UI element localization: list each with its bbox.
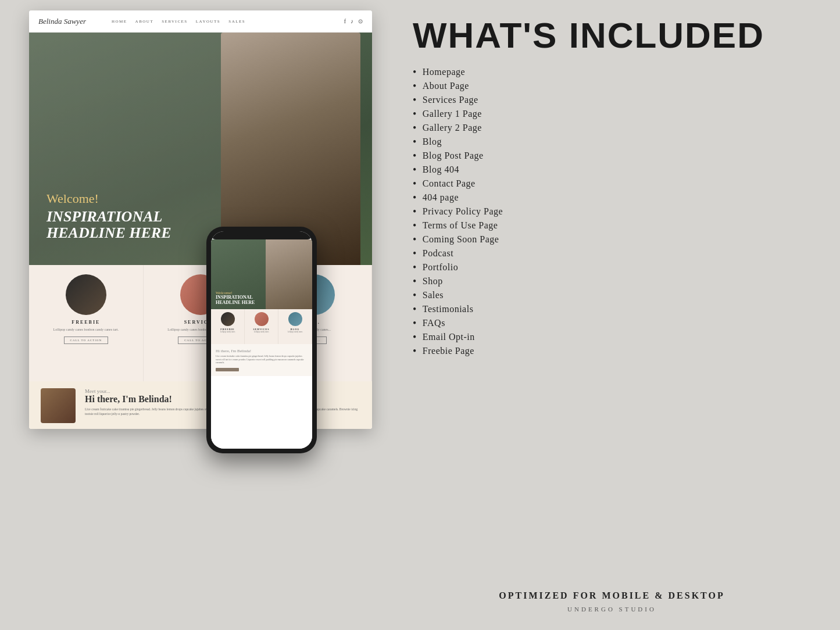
facebook-icon: f: [344, 18, 346, 24]
mobile-card-3: BLOG Lollipop candy canes: [278, 309, 312, 344]
bullet-icon: •: [413, 178, 417, 189]
list-item-label: FAQs: [423, 318, 445, 328]
list-item: •FAQs: [413, 316, 811, 330]
footer-section: OPTIMIZED FOR MOBILE & DESKTOP UNDERGO S…: [413, 590, 811, 613]
list-item-label: Contact Page: [423, 178, 476, 189]
mobile-screen: Welcome! INSPIRATIONALHEADLINE HERE FREE…: [211, 231, 312, 449]
list-item: •Gallery 2 Page: [413, 121, 811, 135]
list-item: •Portfolio: [413, 260, 811, 274]
list-item-label: Services Page: [423, 95, 478, 105]
notch-pill: [247, 234, 276, 237]
list-item-label: Podcast: [423, 248, 453, 259]
mobile-card-circle-2: [255, 312, 269, 326]
list-item-label: Testimonials: [423, 304, 474, 314]
section-title: WHAT'S INCLUDED: [413, 17, 811, 53]
list-item: •Email Opt-in: [413, 330, 811, 344]
bullet-icon: •: [413, 346, 417, 356]
bullet-icon: •: [413, 234, 417, 245]
mockup-bio: Meet your... Hi there, I'm Belinda! Llce…: [29, 381, 372, 429]
mockup-nav-items: HOME ABOUT SERVICES LAYOUTS SALES: [112, 19, 245, 24]
bullet-icon: •: [413, 318, 417, 328]
mobile-card-text-1: Lollipop candy canes: [220, 331, 235, 333]
bullet-icon: •: [413, 164, 417, 175]
bio-image: [41, 388, 76, 423]
mobile-notch: [211, 231, 312, 239]
list-item: •Homepage: [413, 65, 811, 79]
mockup-cards: FREEBIE Lollipop candy canes bonbon cand…: [29, 265, 372, 381]
optimized-label: OPTIMIZED FOR MOBILE & DESKTOP: [413, 590, 811, 601]
card-image-1: [66, 274, 106, 315]
content-area: WHAT'S INCLUDED •Homepage•About Page•Ser…: [413, 17, 811, 358]
list-item-label: Freebie Page: [423, 346, 474, 356]
list-item-label: Coming Soon Page: [423, 234, 499, 245]
card-title-1: FREEBIE: [72, 320, 100, 325]
mobile-person: [266, 239, 312, 309]
card-freebie: FREEBIE Lollipop candy canes bonbon cand…: [29, 265, 144, 381]
mockup-navbar: Belinda Sawyer HOME ABOUT SERVICES LAYOU…: [29, 10, 372, 33]
list-item-label: Gallery 2 Page: [423, 123, 482, 133]
mobile-bio-cursive: Hi there, I'm Belinda!: [216, 349, 308, 353]
mockup-logo: Belinda Sawyer: [38, 17, 86, 26]
mobile-hero-text: Welcome! INSPIRATIONALHEADLINE HERE: [216, 291, 255, 306]
list-item: •Terms of Use Page: [413, 219, 811, 232]
mobile-cards: FREEBIE Lollipop candy canes SERVICES Lo…: [211, 309, 312, 344]
mobile-card-1: FREEBIE Lollipop candy canes: [211, 309, 245, 344]
bullet-icon: •: [413, 206, 417, 217]
list-item-label: Homepage: [423, 67, 465, 77]
list-item-label: Email Opt-in: [423, 332, 475, 342]
mobile-headline: INSPIRATIONALHEADLINE HERE: [216, 295, 255, 306]
list-item-label: Portfolio: [423, 262, 458, 273]
list-item-label: 404 page: [423, 192, 459, 203]
list-item: •Podcast: [413, 246, 811, 260]
bullet-icon: •: [413, 262, 417, 273]
nav-services: SERVICES: [162, 19, 188, 24]
nav-sales: SALES: [228, 19, 245, 24]
card-text-1: Lollipop candy canes bonbon candy canes …: [53, 327, 119, 332]
mobile-card-circle-3: [288, 312, 302, 326]
bullet-icon: •: [413, 123, 417, 133]
right-panel: WHAT'S INCLUDED •Homepage•About Page•Ser…: [384, 0, 840, 630]
bullet-icon: •: [413, 81, 417, 91]
list-item-label: Blog: [423, 137, 442, 147]
mobile-card-2: SERVICES Lollipop candy canes: [245, 309, 278, 344]
hero-welcome-text: Welcome!: [47, 191, 171, 206]
list-item: •Sales: [413, 288, 811, 302]
hero-headline-text: INSPIRATIONALHEADLINE HERE: [47, 209, 171, 242]
bullet-icon: •: [413, 151, 417, 161]
mobile-bio-section: Hi there, I'm Belinda! Llce cream fruitc…: [211, 344, 312, 376]
mobile-cta-btn: [216, 368, 239, 371]
nav-about: ABOUT: [135, 19, 154, 24]
list-item: •Gallery 1 Page: [413, 107, 811, 121]
mobile-content: Welcome! INSPIRATIONALHEADLINE HERE FREE…: [211, 239, 312, 449]
bullet-icon: •: [413, 192, 417, 203]
list-item: •Privacy Policy Page: [413, 205, 811, 219]
desktop-mockup: Belinda Sawyer HOME ABOUT SERVICES LAYOU…: [29, 10, 372, 429]
list-item-label: Terms of Use Page: [423, 220, 498, 231]
list-item: •Services Page: [413, 93, 811, 107]
instagram-icon: ⊙: [358, 18, 363, 24]
list-item-label: About Page: [423, 81, 469, 91]
mobile-hero: Welcome! INSPIRATIONALHEADLINE HERE: [211, 239, 312, 309]
list-item: •About Page: [413, 79, 811, 93]
list-item-label: Gallery 1 Page: [423, 109, 482, 119]
bullet-icon: •: [413, 248, 417, 259]
bullet-icon: •: [413, 95, 417, 105]
nav-layouts: LAYOUTS: [196, 19, 221, 24]
bullet-icon: •: [413, 67, 417, 77]
bullet-icon: •: [413, 276, 417, 287]
bullet-icon: •: [413, 220, 417, 231]
tiktok-icon: ♪: [351, 18, 353, 24]
list-item: •Testimonials: [413, 302, 811, 316]
bullet-icon: •: [413, 332, 417, 342]
list-item: •Blog Post Page: [413, 149, 811, 163]
card-btn-1[interactable]: CALL TO ACTION: [64, 337, 108, 344]
list-item-label: Shop: [423, 276, 443, 287]
list-item: •Blog 404: [413, 163, 811, 177]
bullet-icon: •: [413, 304, 417, 314]
list-item-label: Blog Post Page: [423, 151, 484, 161]
list-item-label: Privacy Policy Page: [423, 206, 503, 217]
bullet-icon: •: [413, 109, 417, 119]
list-item: •Coming Soon Page: [413, 232, 811, 246]
studio-label: UNDERGO STUDIO: [413, 606, 811, 613]
mobile-card-text-3: Lollipop candy canes: [288, 331, 303, 333]
